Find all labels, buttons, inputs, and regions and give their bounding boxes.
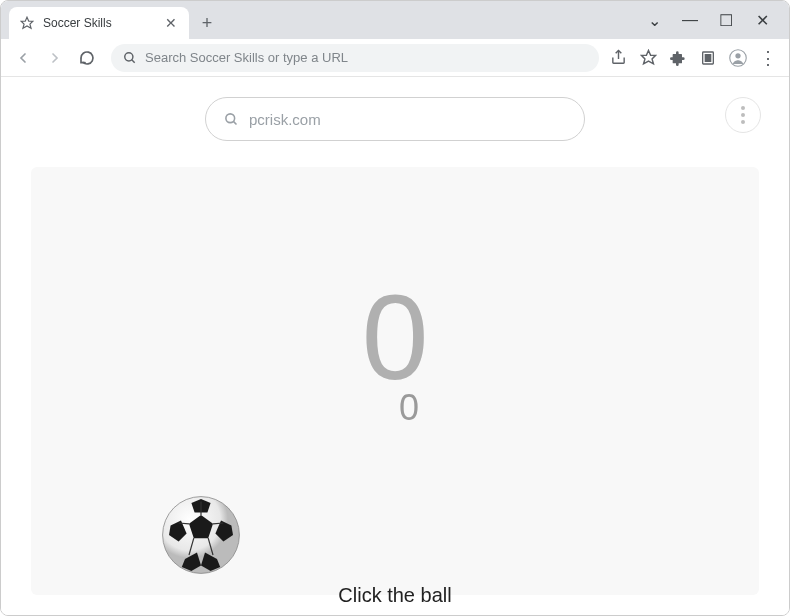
forward-button[interactable] (41, 44, 69, 72)
toolbar: Search Soccer Skills or type a URL ⋮ (1, 39, 789, 77)
tab-favicon-icon (19, 15, 35, 31)
svg-line-25 (213, 523, 223, 524)
star-icon[interactable] (639, 49, 657, 67)
svg-marker-4 (641, 50, 655, 63)
svg-line-2 (132, 59, 135, 62)
minimize-icon[interactable]: — (681, 11, 699, 29)
page-search-input[interactable]: pcrisk.com (205, 97, 585, 141)
tab-close-icon[interactable]: ✕ (163, 15, 179, 31)
omnibox-placeholder: Search Soccer Skills or type a URL (145, 50, 587, 65)
share-icon[interactable] (609, 49, 627, 67)
browser-window: Soccer Skills ✕ + ⌄ — ☐ ✕ Search Soccer … (0, 0, 790, 616)
menu-icon[interactable]: ⋮ (759, 49, 777, 67)
profile-icon[interactable] (729, 49, 747, 67)
chevron-down-icon[interactable]: ⌄ (645, 11, 663, 29)
browser-tab[interactable]: Soccer Skills ✕ (9, 7, 189, 39)
search-icon (123, 51, 137, 65)
page-content: PCrisk.com pcrisk.com 0 0 (1, 77, 789, 615)
search-icon (224, 112, 239, 127)
soccer-ball[interactable] (161, 495, 241, 575)
reload-button[interactable] (73, 44, 101, 72)
back-button[interactable] (9, 44, 37, 72)
reader-icon[interactable] (699, 49, 717, 67)
extensions-icon[interactable] (669, 49, 687, 67)
svg-point-14 (226, 113, 235, 122)
instruction-text: Click the ball (338, 584, 451, 607)
score-big: 0 (362, 277, 429, 397)
score-small: 0 (399, 387, 419, 429)
svg-line-24 (179, 523, 189, 524)
search-placeholder: pcrisk.com (249, 111, 321, 128)
omnibox[interactable]: Search Soccer Skills or type a URL (111, 44, 599, 72)
page-menu-button[interactable] (725, 97, 761, 133)
close-window-icon[interactable]: ✕ (753, 11, 771, 29)
svg-marker-0 (21, 17, 33, 28)
tab-title: Soccer Skills (43, 16, 155, 30)
vertical-dots-icon (741, 106, 745, 124)
titlebar: Soccer Skills ✕ + ⌄ — ☐ ✕ (1, 1, 789, 39)
svg-point-8 (735, 53, 740, 58)
maximize-icon[interactable]: ☐ (717, 11, 735, 29)
new-tab-button[interactable]: + (193, 9, 221, 37)
svg-line-15 (233, 121, 236, 124)
svg-point-1 (125, 52, 133, 60)
svg-rect-6 (705, 54, 710, 61)
toolbar-right: ⋮ (609, 49, 781, 67)
window-controls: ⌄ — ☐ ✕ (645, 1, 789, 39)
